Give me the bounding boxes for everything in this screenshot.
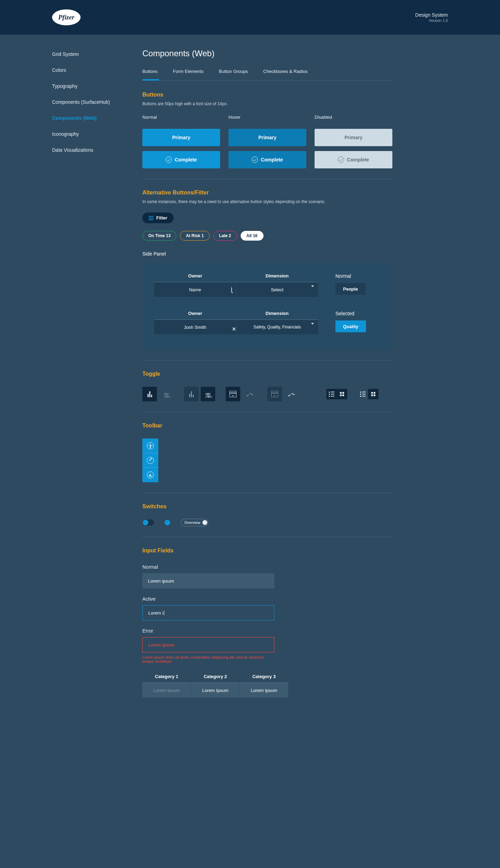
line-chart-icon xyxy=(246,392,253,397)
section-title-buttons: Buttons xyxy=(142,92,392,98)
mini-grid-on-2[interactable] xyxy=(368,389,378,399)
toggle-group-bars-people-alt xyxy=(184,387,215,401)
panel-header-owner: Owner xyxy=(154,273,236,282)
list-icon xyxy=(360,392,366,397)
main-content: Components (Web) Buttons Form Elements B… xyxy=(142,49,392,698)
primary-button-disabled: Primary xyxy=(315,129,392,146)
people-icon xyxy=(164,393,168,395)
text-input-active[interactable]: Lorem i xyxy=(142,605,274,620)
tab-form-elements[interactable]: Form Elements xyxy=(173,69,203,80)
bar-chart-icon xyxy=(148,391,152,397)
section-title-switches: Switches xyxy=(142,503,392,510)
pill-all[interactable]: All 16 xyxy=(241,231,264,241)
toggle-calendar-dim[interactable] xyxy=(267,387,282,401)
page-title: Components (Web) xyxy=(142,49,392,58)
category-cell-2[interactable]: Lorem Ipsum xyxy=(191,683,240,698)
calendar-icon xyxy=(230,391,236,397)
people-icon xyxy=(206,393,210,395)
owner-search-input[interactable]: Name xyxy=(154,282,236,297)
primary-button-normal[interactable]: Primary xyxy=(142,129,220,146)
pill-at-risk[interactable]: At Risk 1 xyxy=(180,231,209,241)
sidebar-item-grid[interactable]: Grid System xyxy=(52,51,142,57)
sidebar-item-components-surfacehub[interactable]: Components (SurfaceHub) xyxy=(52,99,142,105)
toolbar-add-button[interactable] xyxy=(142,439,158,453)
text-input-normal[interactable] xyxy=(142,573,274,589)
complete-button-normal[interactable]: Complete xyxy=(142,151,220,168)
bar-chart-icon xyxy=(189,391,194,397)
toggle-group-bars-people-on xyxy=(142,387,174,401)
toggle-bars-alt[interactable] xyxy=(184,387,199,401)
tab-button-groups[interactable]: Button Groups xyxy=(219,69,248,80)
dimension-select-selected[interactable]: Safety, Quality, Financials xyxy=(236,320,318,334)
grid-icon xyxy=(340,392,344,396)
mini-list-off[interactable] xyxy=(358,389,368,399)
mini-toggle-list-grid-2 xyxy=(358,389,378,399)
vertical-toolbar xyxy=(142,439,158,482)
sidebar-item-data-viz[interactable]: Data Visualizations xyxy=(52,147,142,153)
list-icon xyxy=(329,392,334,397)
filter-icon xyxy=(149,216,153,220)
mini-grid-on[interactable] xyxy=(337,389,347,399)
input-error-message: Lorem ipsum dolor sit amet, consectetur … xyxy=(142,655,274,663)
category-header-3: Category 3 xyxy=(240,674,288,683)
divider xyxy=(142,412,392,412)
sidebar-item-typography[interactable]: Typography xyxy=(52,83,142,89)
complete-button-disabled: Complete xyxy=(315,151,392,168)
divider xyxy=(142,360,392,360)
button-state-normal-label: Normal xyxy=(142,115,220,120)
toggle-calendar-on[interactable] xyxy=(226,387,240,401)
category-cell-1[interactable]: Lorem Ipsum xyxy=(142,683,191,698)
side-panel-demo: Owner Dimension Name Select xyxy=(142,263,392,350)
toolbar-chart-button[interactable] xyxy=(142,468,158,482)
pill-on-time[interactable]: On Time 13 xyxy=(142,231,176,241)
chevron-down-icon xyxy=(311,285,314,292)
toggle-bars-on[interactable] xyxy=(142,387,157,401)
section-desc-alt: In some instances, there may be a need t… xyxy=(142,199,392,204)
toggle-people-alt[interactable] xyxy=(201,387,215,401)
header-meta: Design System Version 1.0 xyxy=(415,12,448,23)
input-label-error: Error xyxy=(142,628,392,634)
primary-button-hover[interactable]: Primary xyxy=(228,129,306,146)
panel-state-selected: Selected xyxy=(335,311,381,316)
section-title-inputs: Input Fields xyxy=(142,548,392,554)
filter-button[interactable]: Filter xyxy=(142,212,174,223)
chip-people-normal[interactable]: People xyxy=(335,283,366,295)
mini-toggle-list-grid-1 xyxy=(326,389,347,399)
section-title-alt: Alternative Buttons/Filter xyxy=(142,190,392,196)
chip-quality-selected[interactable]: Quality xyxy=(335,320,366,332)
chevron-down-icon xyxy=(311,323,314,329)
switch-indicator-on[interactable] xyxy=(165,520,170,525)
toggle-line-off[interactable] xyxy=(242,387,257,401)
owner-value-selected[interactable]: Josh Smith xyxy=(154,320,236,334)
tab-buttons[interactable]: Buttons xyxy=(142,69,158,80)
tab-checkboxes-radios[interactable]: Checkboxes & Radios xyxy=(263,69,308,80)
toggle-people-off[interactable] xyxy=(159,387,174,401)
complete-button-hover[interactable]: Complete xyxy=(228,151,306,168)
search-icon xyxy=(231,287,232,293)
grid-icon xyxy=(371,392,375,396)
app-header: Pfizer Design System Version 1.0 xyxy=(0,0,500,35)
brand-logo: Pfizer xyxy=(52,9,81,25)
switch-off[interactable] xyxy=(142,519,154,526)
toggle-line-on[interactable] xyxy=(284,387,299,401)
side-panel-heading: Side Panel xyxy=(142,251,392,257)
text-input-error[interactable] xyxy=(142,637,274,652)
toolbar-edit-button[interactable] xyxy=(142,453,158,468)
toggle-group-cal-line-2 xyxy=(267,387,299,401)
sidebar-item-colors[interactable]: Colors xyxy=(52,67,142,73)
sidebar-item-iconography[interactable]: Iconography xyxy=(52,131,142,137)
dimension-select[interactable]: Select xyxy=(236,282,318,297)
mini-list-on[interactable] xyxy=(326,389,337,399)
panel-header-dimension: Dimension xyxy=(236,273,318,282)
chart-circle-icon xyxy=(147,471,154,478)
button-state-hover-label: Hover xyxy=(228,115,306,120)
panel-header-owner: Owner xyxy=(154,311,236,319)
category-cell-3[interactable]: Lorem Ipsum xyxy=(240,683,288,698)
sidebar-item-components-web[interactable]: Components (Web) xyxy=(52,115,142,121)
category-header-1: Category 1 xyxy=(142,674,191,683)
overview-switch[interactable]: Overview xyxy=(181,519,208,526)
switch-knob-icon xyxy=(202,520,207,525)
pill-late[interactable]: Late 2 xyxy=(213,231,237,241)
line-chart-icon xyxy=(288,392,295,397)
input-label-active: Active xyxy=(142,596,392,602)
